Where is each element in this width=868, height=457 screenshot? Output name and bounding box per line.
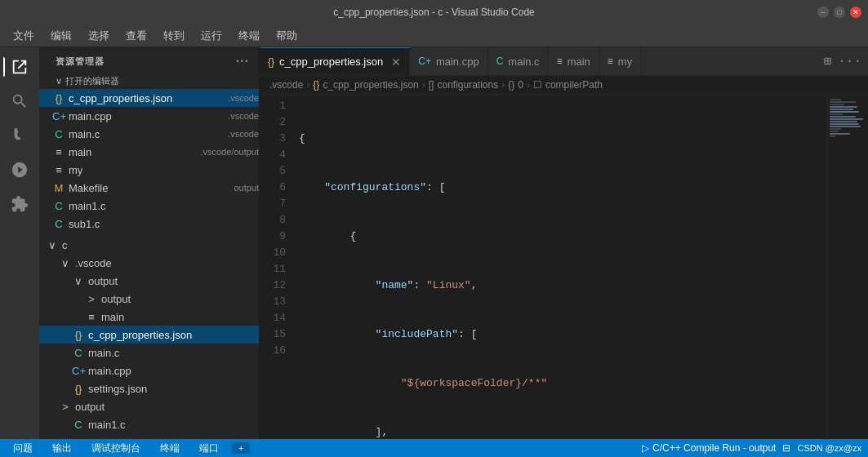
- code-line-3: {: [292, 228, 827, 245]
- menu-select[interactable]: 选择: [82, 27, 116, 45]
- tab-main-eq[interactable]: ≡ main: [549, 47, 599, 75]
- c-icon: C: [52, 128, 65, 140]
- code-line-1: {: [292, 131, 827, 147]
- status-problems[interactable]: 问题: [7, 439, 39, 457]
- activity-search[interactable]: [3, 85, 36, 118]
- c-icon5: C: [72, 419, 85, 431]
- open-editor-sub1c[interactable]: C sub1.c: [39, 215, 259, 233]
- tab-c-icon: C: [496, 55, 504, 67]
- breadcrumb-bracket1: []: [429, 79, 434, 91]
- open-editors-title: ∨打开的编辑器: [39, 72, 259, 89]
- tab-main-cpp[interactable]: C+ main.cpp: [410, 47, 487, 75]
- open-editor-main1c[interactable]: C main1.c: [39, 197, 259, 215]
- split-editor-icon[interactable]: ⊞: [824, 53, 832, 69]
- tree-subfolder-output[interactable]: > output: [39, 290, 259, 308]
- breadcrumb-configurations[interactable]: configurations: [437, 79, 498, 91]
- tree-my[interactable]: ≡ my: [39, 433, 259, 439]
- tree-output2[interactable]: > output: [39, 397, 259, 415]
- more-tabs-icon[interactable]: ···: [838, 54, 861, 69]
- menu-bar: 文件 编辑 选择 查看 转到 运行 终端 帮助: [0, 24, 868, 47]
- breadcrumb-box-icon: ☐: [533, 79, 542, 91]
- open-editor-makefile[interactable]: M Makefile output: [39, 179, 259, 197]
- tree-main-c[interactable]: C main.c: [39, 344, 259, 362]
- tab-label: c_cpp_properties.json: [279, 55, 383, 68]
- activity-debug[interactable]: [3, 153, 36, 186]
- activity-explorer[interactable]: [3, 51, 36, 83]
- status-right: ▷ C/C++ Compile Run - output ⊟ CSDN @zx@…: [642, 442, 861, 454]
- menu-file[interactable]: 文件: [7, 27, 41, 45]
- tab-json-icon: {}: [268, 56, 274, 68]
- open-editor-cpp-properties[interactable]: {} c_cpp_properties.json .vscode: [39, 89, 259, 107]
- c-icon2: C: [52, 200, 65, 212]
- makefile-icon: M: [52, 182, 65, 194]
- breadcrumb-json-icon: {}: [313, 79, 319, 91]
- breadcrumb-compiler-path[interactable]: compilerPath: [545, 79, 603, 91]
- tab-label4: main: [568, 55, 590, 68]
- open-editor-main-eq[interactable]: ≡ main .vscode/output: [39, 143, 259, 161]
- code-line-2: "configurations": [: [292, 180, 827, 196]
- menu-goto[interactable]: 转到: [157, 27, 191, 45]
- open-editor-main-c[interactable]: C main.c .vscode: [39, 125, 259, 143]
- sidebar-header: 资源管理器 ···: [39, 47, 259, 72]
- code-line-5: "includePath": [: [292, 326, 827, 343]
- code-line-7: ],: [292, 424, 827, 439]
- menu-terminal[interactable]: 终端: [232, 27, 266, 45]
- menu-edit[interactable]: 编辑: [44, 27, 78, 45]
- run-icon: ▷: [642, 442, 649, 454]
- open-editor-main-cpp[interactable]: C+ main.cpp .vscode: [39, 107, 259, 125]
- status-layout-icon[interactable]: ⊟: [782, 442, 790, 454]
- tree-folder-vscode[interactable]: ∨ .vscode: [39, 254, 259, 272]
- tab-cpp-icon: C+: [418, 55, 431, 67]
- window-title: c_cpp_properties.json - c - Visual Studi…: [333, 7, 535, 18]
- tree-cpp-props[interactable]: {} c_cpp_properties.json: [39, 326, 259, 344]
- maximize-button[interactable]: □: [834, 7, 845, 18]
- menu-run[interactable]: 运行: [194, 27, 229, 45]
- breadcrumb-0[interactable]: 0: [518, 79, 523, 91]
- tab-close-button[interactable]: ✕: [391, 55, 401, 69]
- code-editor: 1234 5678 9101112 13141516 { "configurat…: [260, 95, 868, 439]
- tree-folder-output[interactable]: ∨ output: [39, 272, 259, 290]
- breadcrumb-brace1: {}: [508, 79, 514, 91]
- code-content[interactable]: { "configurations": [ { "name": "Linux",…: [292, 95, 827, 439]
- main-layout: 资源管理器 ··· ∨打开的编辑器 {} c_cpp_properties.js…: [0, 47, 868, 439]
- tree-settings-json[interactable]: {} settings.json: [39, 379, 259, 397]
- status-output[interactable]: 输出: [46, 439, 78, 457]
- c-icon4: C: [72, 347, 85, 359]
- line-numbers: 1234 5678 9101112 13141516: [260, 95, 292, 439]
- minimap: [827, 95, 868, 439]
- menu-view[interactable]: 查看: [119, 27, 154, 45]
- code-line-4: "name": "Linux",: [292, 277, 827, 294]
- json-icon2: {}: [72, 329, 85, 341]
- menu-help[interactable]: 帮助: [269, 27, 304, 45]
- status-terminal[interactable]: 终端: [154, 439, 186, 457]
- status-brand: CSDN @zx@zx: [797, 443, 861, 453]
- chevron-down-icon2: ∨: [59, 257, 72, 269]
- file-tree: ∨ c ∨ .vscode ∨ output > output ≡ main: [39, 236, 259, 439]
- tab-my[interactable]: ≡ my: [599, 47, 641, 75]
- tree-main-eq[interactable]: ≡ main: [39, 308, 259, 326]
- tree-folder-c[interactable]: ∨ c: [39, 236, 259, 254]
- status-bar: 问题 输出 调试控制台 终端 端口 + ▷ C/C++ Compile Run …: [0, 439, 868, 457]
- activity-extensions[interactable]: [3, 188, 36, 220]
- tree-main1c[interactable]: C main1.c: [39, 415, 259, 433]
- chevron-right-icon2: >: [59, 401, 72, 413]
- sidebar-more-icon[interactable]: ···: [236, 54, 249, 69]
- status-add-button[interactable]: +: [232, 442, 250, 454]
- code-line-6: "${workspaceFolder}/**": [292, 375, 827, 392]
- status-ports[interactable]: 端口: [193, 439, 225, 457]
- open-editor-my[interactable]: ≡ my: [39, 161, 259, 179]
- close-button[interactable]: ✕: [850, 7, 861, 18]
- breadcrumb-file[interactable]: c_cpp_properties.json: [323, 79, 418, 91]
- tab-cpp-properties[interactable]: {} c_cpp_properties.json ✕: [260, 47, 410, 75]
- activity-source-control[interactable]: [3, 119, 36, 152]
- breadcrumb-vscode[interactable]: .vscode: [269, 79, 303, 91]
- tab-eq-icon2: ≡: [608, 55, 613, 67]
- title-bar: c_cpp_properties.json - c - Visual Studi…: [0, 0, 868, 24]
- chevron-down-icon3: ∨: [72, 275, 85, 287]
- tree-main-cpp[interactable]: C+ main.cpp: [39, 362, 259, 379]
- status-debug-console[interactable]: 调试控制台: [85, 439, 147, 457]
- tab-main-c[interactable]: C main.c: [488, 47, 549, 75]
- json-icon: {}: [52, 92, 65, 104]
- status-compile-run[interactable]: ▷ C/C++ Compile Run - output: [642, 442, 776, 454]
- minimize-button[interactable]: ─: [817, 7, 829, 18]
